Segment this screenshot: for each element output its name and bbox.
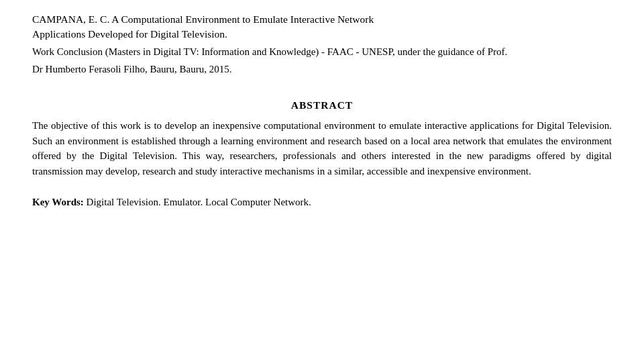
- abstract-body: The objective of this work is to develop…: [32, 118, 612, 179]
- abstract-paragraph1: The objective of this work is to develop…: [32, 120, 612, 177]
- title-text-line1: CAMPANA, E. C. A Computational Environme…: [32, 13, 374, 25]
- author-text: Dr Humberto Ferasoli Filho, Bauru, Bauru…: [32, 64, 231, 74]
- keywords-section: Key Words: Digital Television. Emulator.…: [32, 195, 612, 210]
- work-conclusion: Work Conclusion (Masters in Digital TV: …: [32, 45, 612, 60]
- work-conclusion-text: Work Conclusion (Masters in Digital TV: …: [32, 46, 507, 57]
- abstract-section: ABSTRACT The objective of this work is t…: [32, 99, 612, 179]
- title-line-1: CAMPANA, E. C. A Computational Environme…: [32, 12, 612, 27]
- title-block: CAMPANA, E. C. A Computational Environme…: [32, 12, 612, 77]
- author-line: Dr Humberto Ferasoli Filho, Bauru, Bauru…: [32, 62, 612, 77]
- abstract-heading: ABSTRACT: [291, 99, 353, 111]
- title-text-line2: Applications Developed for Digital Telev…: [32, 28, 227, 40]
- title-line-2: Applications Developed for Digital Telev…: [32, 27, 612, 42]
- page-container: CAMPANA, E. C. A Computational Environme…: [0, 0, 644, 351]
- keywords-text: Digital Television. Emulator. Local Comp…: [84, 197, 311, 207]
- keywords-label: Key Words:: [32, 197, 84, 207]
